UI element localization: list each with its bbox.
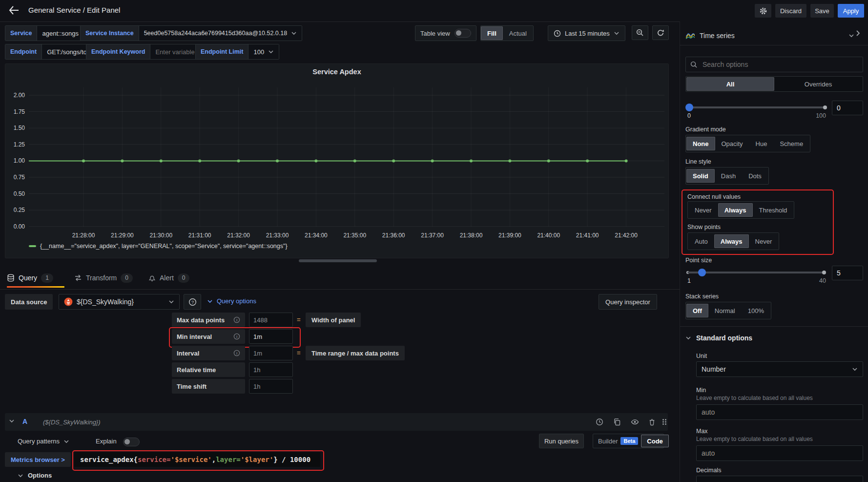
tab-query[interactable]: Query 1 (7, 270, 53, 286)
service-instance-value: 5eed0e5758a244aca6e7699415d360aa@10.52.0… (144, 30, 288, 37)
svg-text:1.75: 1.75 (14, 108, 25, 115)
tab-transform[interactable]: Transform 0 (74, 270, 133, 286)
apply-button[interactable]: Apply (838, 4, 864, 18)
endpoint-limit-dropdown[interactable]: 100 (248, 44, 279, 59)
decimals-input[interactable] (696, 476, 863, 482)
option-hue[interactable]: Hue (749, 137, 774, 150)
panel-settings-button[interactable] (755, 4, 771, 18)
history-icon[interactable] (596, 418, 603, 426)
option-auto[interactable]: Auto (688, 234, 714, 248)
explain-toggle[interactable] (123, 438, 140, 446)
opacity-value-input[interactable]: 0 (832, 101, 863, 115)
tab-overrides[interactable]: Overrides (774, 77, 862, 91)
connect-null-values-label: Connect null values (687, 193, 741, 200)
datasource-help-button[interactable]: ? (184, 294, 201, 310)
save-button[interactable]: Save (810, 4, 834, 18)
option-always[interactable]: Always (718, 203, 753, 217)
datasource-picker[interactable]: ${DS_SkyWalking} (59, 294, 180, 310)
table-view-toggle[interactable] (455, 29, 471, 38)
option-solid[interactable]: Solid (686, 169, 715, 183)
chevron-down-icon[interactable] (9, 419, 15, 423)
show-points-group: AutoAlwaysNever (687, 232, 779, 250)
svg-text:i: i (236, 318, 237, 322)
eye-icon[interactable] (631, 418, 639, 426)
opacity-slider-track[interactable] (687, 106, 826, 108)
svg-text:1.25: 1.25 (14, 141, 25, 148)
opacity-slider-handle[interactable] (685, 104, 693, 111)
option-dots[interactable]: Dots (742, 169, 768, 183)
min-input[interactable] (696, 404, 863, 420)
option-opacity[interactable]: Opacity (715, 137, 749, 150)
option-normal[interactable]: Normal (708, 304, 742, 317)
point-size-value-input[interactable]: 5 (832, 266, 863, 280)
metrics-browser-button[interactable]: Metrics browser > (5, 452, 71, 467)
option-threshold[interactable]: Threshold (753, 203, 794, 217)
query-options-collapse[interactable]: Options (18, 472, 52, 479)
option-never[interactable]: Never (688, 203, 718, 217)
trash-icon[interactable] (648, 418, 656, 426)
time-range-label: Last 15 minutes (565, 30, 610, 37)
refresh-button[interactable] (652, 25, 669, 40)
opacity-min-label: 0 (687, 112, 691, 119)
query-ref-datasource: (${DS_SkyWalking}) (43, 419, 101, 426)
relative-time-input[interactable] (249, 362, 293, 377)
search-options-box (685, 57, 863, 72)
service-instance-dropdown[interactable]: 5eed0e5758a244aca6e7699415d360aa@10.52.0… (139, 26, 302, 41)
time-range-picker[interactable]: Last 15 minutes (548, 25, 625, 41)
builder-option[interactable]: Builder (598, 438, 618, 445)
standard-options-header[interactable]: Standard options (685, 334, 752, 342)
discard-button[interactable]: Discard (775, 4, 806, 18)
min-label: Min (696, 387, 706, 394)
option-dash[interactable]: Dash (715, 169, 742, 183)
legend-swatch-icon (29, 245, 36, 247)
option-none[interactable]: None (686, 137, 715, 150)
chevron-down-icon (168, 300, 174, 304)
query-patterns-dropdown[interactable]: Query patterns (18, 438, 69, 445)
option-off[interactable]: Off (686, 304, 708, 317)
option-100-[interactable]: 100% (742, 304, 770, 317)
panel-type-select[interactable]: Time series (685, 28, 854, 43)
search-options-input[interactable] (702, 60, 850, 69)
point-size-slider-handle[interactable] (698, 269, 706, 276)
copy-icon[interactable] (613, 418, 621, 426)
fill-option[interactable]: Fill (481, 26, 503, 40)
max-data-points-input[interactable] (249, 313, 293, 327)
back-button[interactable] (8, 5, 20, 18)
endpoint-limit-label: Endpoint Limit (196, 44, 248, 59)
zoom-out-button[interactable] (632, 25, 648, 40)
chart-legend[interactable]: {__name__="service_apdex", layer="GENERA… (29, 243, 288, 250)
max-input[interactable] (696, 445, 863, 461)
collapse-sidebar-button[interactable] (855, 29, 860, 37)
interval-row-label: Interval i (172, 346, 245, 360)
point-size-slider-track[interactable] (687, 272, 825, 273)
query-a-header[interactable] (5, 413, 668, 431)
actual-option[interactable]: Actual (503, 26, 533, 40)
arrow-left-icon (8, 5, 20, 16)
fill-actual-group: Fill Actual (480, 25, 534, 41)
option-scheme[interactable]: Scheme (773, 137, 809, 150)
tab-all[interactable]: All (686, 77, 774, 91)
query-expression-field[interactable]: service_apdex{service='$service', layer=… (74, 452, 320, 467)
option-always[interactable]: Always (714, 234, 749, 248)
tab-alert[interactable]: Alert 0 (148, 270, 189, 286)
top-bar (0, 0, 868, 22)
option-never[interactable]: Never (749, 234, 779, 248)
chart-panel: Service Apdex 2.001.751.501.251.000.750.… (5, 63, 669, 258)
code-option[interactable]: Code (641, 435, 669, 447)
equals-sign: = (297, 316, 301, 323)
time-shift-input[interactable] (249, 379, 293, 394)
panel-resize-handle[interactable] (299, 259, 377, 262)
expr-token: layer= (216, 456, 241, 463)
drag-handle-icon[interactable] (661, 418, 668, 426)
search-icon (690, 61, 698, 68)
gradient-mode-label: Gradient mode (685, 126, 726, 133)
min-interval-input[interactable] (249, 329, 293, 344)
time-shift-row-label: Time shift (172, 379, 245, 394)
query-options-header[interactable]: Query options (207, 297, 256, 305)
unit-select[interactable]: Number (696, 361, 863, 377)
query-inspector-button[interactable]: Query inspector (599, 294, 657, 310)
run-queries-button[interactable]: Run queries (539, 434, 584, 448)
svg-text:21:42:00: 21:42:00 (615, 232, 638, 239)
interval-input[interactable] (249, 346, 293, 360)
svg-text:21:35:00: 21:35:00 (343, 232, 366, 239)
